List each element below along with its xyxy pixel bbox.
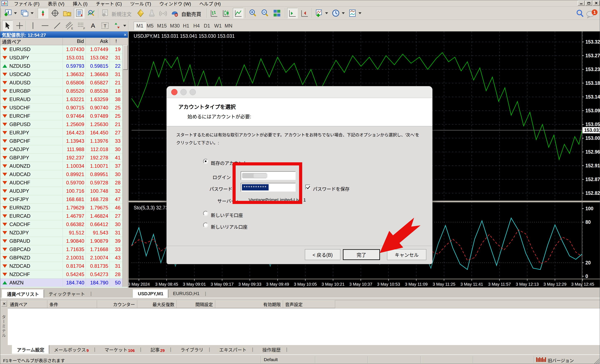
terminal-close-icon[interactable]: ✕	[1, 301, 7, 307]
terminal-toggle[interactable]	[74, 8, 84, 18]
text-tool[interactable]: A	[88, 20, 98, 31]
indicators-dropdown[interactable]	[325, 12, 328, 14]
market-watch-close-icon[interactable]: ×	[124, 32, 127, 38]
terminal-column-header[interactable]: 条件	[47, 300, 97, 308]
market-watch-row[interactable]: AMZN 184.740 184.790 50	[0, 279, 122, 287]
profiles-button[interactable]	[19, 8, 30, 18]
market-watch-row[interactable]: EURNZD 1.79629 1.79675 46	[0, 204, 122, 212]
radio-existing-account[interactable]	[203, 159, 208, 164]
menu-insert[interactable]: 挿入 (I)	[69, 0, 92, 7]
arrows-dropdown[interactable]	[123, 25, 126, 27]
market-watch-row[interactable]: GBPCAD 1.71635 1.71668 33	[0, 245, 122, 254]
market-watch-row[interactable]: AUDCHF 0.59700 0.59728 28	[0, 179, 122, 187]
menu-file[interactable]: ファイル (F)	[10, 0, 44, 7]
market-watch-row[interactable]: CADJPY 111.988 112.018 30	[0, 145, 122, 154]
menu-view[interactable]: 表示 (V)	[44, 0, 68, 7]
market-watch-row[interactable]: NZDJPY 91.512 91.543 31	[0, 228, 122, 237]
dialog-minimize-icon[interactable]	[180, 89, 187, 95]
terminal-splitter[interactable]	[0, 298, 600, 300]
new-chart-dropdown[interactable]	[14, 12, 17, 14]
market-watch-toggle[interactable]	[38, 8, 48, 18]
dialog-titlebar[interactable]	[167, 86, 432, 98]
metaeditor-button[interactable]	[135, 8, 146, 18]
menu-help[interactable]: ヘルプ (H)	[195, 0, 225, 7]
terminal-body[interactable]	[8, 308, 600, 345]
timeframe-button[interactable]: M5	[144, 22, 156, 30]
arrows-tool[interactable]	[112, 20, 122, 31]
timeframe-button[interactable]: H4	[191, 22, 202, 30]
auto-scroll-button[interactable]	[287, 8, 298, 18]
terminal-tab[interactable]: 記事29|	[146, 345, 176, 354]
tile-windows-button[interactable]	[272, 8, 282, 18]
bar-chart-type-button[interactable]	[209, 8, 219, 18]
strategy-tester-button[interactable]	[86, 8, 97, 18]
menu-chart[interactable]: チャート (C)	[92, 0, 126, 7]
vertical-line-tool[interactable]	[28, 20, 38, 31]
market-watch-row[interactable]: GBPUSD 1.25609 1.25630 21	[0, 120, 122, 128]
market-watch-row[interactable]: USDJPY 153.031 153.062 31	[0, 54, 122, 62]
status-profile[interactable]: Default	[264, 357, 278, 362]
market-watch-row[interactable]: EURGBP 0.85520 0.85538 18	[0, 87, 122, 95]
timeframe-button[interactable]: M30	[168, 22, 182, 30]
market-watch-row[interactable]: EURCHF 0.97464 0.97489 25	[0, 112, 122, 120]
search-icon[interactable]	[575, 9, 585, 18]
template-button[interactable]	[347, 8, 358, 18]
timeframe-button[interactable]: MN	[222, 22, 235, 30]
resize-grip[interactable]	[593, 358, 599, 364]
autotrading-button[interactable]	[169, 8, 180, 18]
market-watch-row[interactable]: NZDCHF 0.54245 0.54273 28	[0, 270, 122, 279]
market-watch-row[interactable]: NZDCAD 0.81704 0.81735 31	[0, 262, 122, 270]
notifications-icon[interactable]: 1	[585, 9, 599, 19]
autotrading-label[interactable]: 自動売買	[181, 10, 201, 18]
column-bid[interactable]: Bid	[63, 38, 86, 45]
candlestick-type-button[interactable]	[221, 8, 231, 18]
market-watch-row[interactable]: CHFJPY 168.681 168.728 47	[0, 195, 122, 204]
favorites-button[interactable]	[62, 8, 72, 18]
market-watch-row[interactable]: EURCAD 1.46797 1.46824 27	[0, 212, 122, 220]
market-watch-row[interactable]: NZDUSD 0.59793 0.59815 22	[0, 62, 122, 70]
back-button[interactable]: < 戻る(B)	[305, 249, 340, 260]
terminal-tab[interactable]: メールボックス9|	[49, 345, 100, 354]
dialog-zoom-icon[interactable]	[190, 89, 196, 95]
market-watch-row[interactable]: AUDNZD 1.10034 1.10071 37	[0, 162, 122, 170]
flask-icon-button[interactable]	[147, 8, 157, 18]
new-order-button[interactable]	[100, 8, 110, 18]
minimize-button[interactable]	[578, 1, 585, 6]
market-watch-row[interactable]: USDCHF 0.90715 0.90740 25	[0, 104, 122, 112]
cancel-button[interactable]: キャンセル	[387, 249, 426, 260]
crosshair-tool[interactable]	[14, 20, 25, 31]
terminal-column-header[interactable]: 有効期限	[215, 300, 283, 308]
tab-symbol-list[interactable]: 通貨ペアリスト	[2, 289, 44, 298]
zoom-out-button[interactable]	[260, 8, 270, 18]
market-watch-row[interactable]: GBPJPY 192.237 192.278 41	[0, 154, 122, 162]
timeframe-button[interactable]: H1	[180, 22, 192, 30]
horizontal-line-tool[interactable]	[40, 20, 50, 31]
new-chart-button[interactable]	[3, 8, 13, 18]
timeframe-button[interactable]: D1	[201, 22, 213, 30]
dialog-close-icon[interactable]	[171, 89, 178, 95]
terminal-column-header[interactable]: 通貨ペア	[8, 300, 47, 308]
terminal-column-header[interactable]: 音声設定	[283, 300, 335, 308]
column-spread[interactable]: !	[110, 38, 122, 45]
tab-tick-chart[interactable]: ティックチャート|	[44, 289, 96, 298]
terminal-tab[interactable]: マーケット106|	[100, 345, 146, 354]
line-chart-type-button[interactable]	[233, 8, 243, 18]
market-watch-row[interactable]: AUDJPY 100.716 100.748 32	[0, 187, 122, 195]
terminal-tab[interactable]: 操作履歴|	[258, 345, 292, 354]
market-watch-row[interactable]: AUDCAD 0.89921 0.89951 30	[0, 170, 122, 179]
navigator-toggle[interactable]	[50, 8, 60, 18]
market-watch-row[interactable]: EURUSD 1.07430 1.07449 19	[0, 45, 122, 54]
terminal-column-header[interactable]: カウンター	[97, 300, 137, 308]
radio-new-demo-account[interactable]	[203, 211, 208, 216]
market-watch-row[interactable]: GBPAUD 1.90840 1.90879 39	[0, 237, 122, 245]
column-symbol[interactable]: 通貨ペア	[0, 38, 63, 45]
terminal-tab[interactable]: エキスパート|	[215, 345, 258, 354]
column-ask[interactable]: Ask	[86, 38, 110, 45]
market-watch-titlebar[interactable]: 気配値表示: 12:54:27 ×	[0, 31, 128, 38]
market-watch-row[interactable]: EURJPY 164.423 164.450 27	[0, 128, 122, 137]
text-label-tool[interactable]: T	[100, 20, 110, 31]
market-watch-row[interactable]: AUDUSD 0.65806 0.65827 21	[0, 79, 122, 87]
old-version-label[interactable]: 旧バージョン	[548, 357, 574, 363]
market-watch-row[interactable]: EURAUD 1.63221 1.63259 38	[0, 95, 122, 104]
radio-new-real-account[interactable]	[203, 223, 208, 228]
